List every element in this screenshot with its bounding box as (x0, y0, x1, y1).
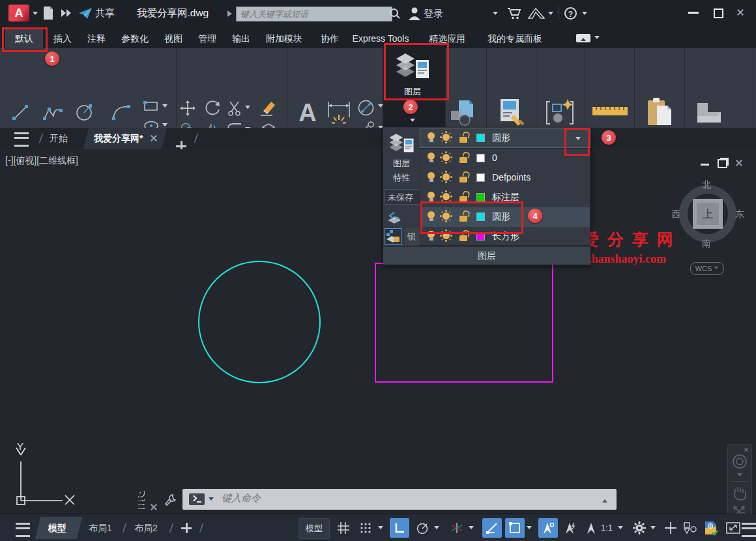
layer-on-icon[interactable] (427, 132, 435, 143)
autodesk-logo-icon[interactable] (528, 8, 545, 19)
layer-thaw-icon[interactable] (443, 173, 450, 181)
navbar-close-icon[interactable] (744, 447, 748, 452)
move-icon[interactable] (180, 100, 196, 116)
viewcube-top-face[interactable]: 上 (693, 199, 723, 229)
tab-close-icon[interactable] (150, 134, 158, 142)
osnap-tracking-toggle[interactable] (482, 518, 502, 538)
command-input[interactable] (220, 491, 588, 504)
snap-toggle[interactable] (356, 518, 375, 538)
layer-previous-icon[interactable] (386, 210, 403, 226)
rectangle-caret-icon[interactable] (162, 104, 167, 110)
ribbon-tab-view[interactable]: 视图 (158, 29, 189, 48)
ribbon-tab-output[interactable]: 输出 (225, 29, 257, 48)
crosshair-tuner-button[interactable] (661, 518, 680, 538)
ribbon-tab-insert[interactable]: 插入 (47, 29, 78, 48)
status-model-space-button[interactable]: 模型 (298, 518, 330, 539)
graphics-performance-button[interactable] (701, 518, 721, 538)
dim-diameter-icon[interactable] (357, 99, 375, 117)
ortho-toggle[interactable] (390, 518, 409, 538)
layer-row-defpoints[interactable]: Defpoints (420, 168, 590, 188)
file-tabs-menu-icon[interactable] (14, 132, 29, 147)
snap-caret-icon[interactable] (378, 526, 383, 532)
layer-unlock-icon[interactable] (459, 171, 469, 183)
viewport-controls-label[interactable]: [-][俯视][二维线框] (5, 155, 78, 167)
ruler-icon[interactable] (592, 104, 628, 117)
arc-icon[interactable] (111, 102, 132, 123)
layer-lock-button[interactable]: 锁 (405, 228, 420, 245)
ribbon-tab-annotate[interactable]: 注释 (81, 29, 112, 48)
layer-color-swatch[interactable] (476, 173, 485, 182)
layer-thaw-icon[interactable] (443, 193, 450, 200)
layer-color-swatch[interactable] (476, 134, 485, 142)
layer-color-swatch[interactable] (476, 193, 485, 201)
commandline-bar[interactable] (182, 489, 617, 510)
viewport-restore-icon[interactable] (718, 159, 727, 168)
block-icon[interactable] (448, 99, 474, 129)
minimize-button[interactable] (688, 12, 699, 14)
ribbon-tab-custom-panel[interactable]: 我的专属面板 (480, 29, 550, 48)
entity-rectangle[interactable] (375, 263, 553, 383)
commandline-caret-icon[interactable] (209, 497, 214, 503)
ribbon-tab-addins[interactable]: 附加模块 (259, 29, 309, 48)
polyline-icon[interactable] (42, 103, 64, 123)
properties-icon[interactable] (498, 98, 525, 128)
annotation-autoscale-toggle[interactable] (560, 518, 580, 538)
rotate-icon[interactable] (205, 100, 220, 116)
layer-thaw-icon[interactable] (443, 134, 450, 141)
grid-toggle[interactable] (334, 518, 353, 538)
help-caret-icon[interactable] (582, 12, 587, 18)
maximize-button[interactable] (714, 8, 723, 18)
commandline-prompt-icon[interactable] (189, 493, 205, 505)
line-icon[interactable] (10, 103, 30, 123)
view-tool-icon[interactable] (695, 100, 723, 125)
layers-panel-caret-icon[interactable] (410, 119, 415, 124)
commandline-close-icon[interactable] (150, 503, 158, 512)
viewcube-south[interactable]: 南 (702, 238, 711, 250)
commandline-tools-icon[interactable] (164, 493, 177, 506)
layer-color-swatch[interactable] (476, 154, 485, 162)
wcs-dropdown[interactable]: WCS (690, 262, 724, 275)
signin-button[interactable]: 登录 (424, 8, 443, 20)
isodraft-caret-icon[interactable] (469, 526, 474, 532)
signin-caret-icon[interactable] (493, 12, 498, 18)
polar-caret-icon[interactable] (434, 526, 439, 532)
layout-tab-layout2[interactable]: 布局2 (134, 523, 158, 534)
clipboard-icon[interactable] (645, 96, 674, 128)
commandline-history-icon[interactable] (602, 497, 607, 503)
viewcube-west[interactable]: 西 (671, 209, 680, 220)
layout-tab-model[interactable]: 模型 (48, 523, 66, 534)
isolate-objects-button[interactable] (680, 518, 700, 538)
app-store-cart-icon[interactable] (507, 8, 521, 20)
drawing-canvas[interactable]: [-][俯视][二维线框] 北 南 西 东 上 WCS 我 爱 分 享 网 ww… (0, 149, 756, 514)
commandline-grip[interactable] (138, 491, 145, 509)
trim-icon[interactable] (227, 100, 242, 116)
close-button[interactable] (736, 8, 746, 18)
layout-tab-layout1[interactable]: 布局1 (89, 523, 112, 534)
viewcube-north[interactable]: 北 (702, 179, 711, 191)
tab-drawing[interactable]: 我爱分享网* (94, 133, 143, 145)
search-history-caret-icon[interactable] (227, 10, 233, 18)
workspace-caret-icon[interactable] (650, 526, 656, 532)
app-logo-button[interactable]: A (8, 5, 29, 22)
annotation-scale-value[interactable]: 1:1 (601, 523, 613, 533)
user-icon[interactable] (408, 7, 421, 20)
text-tool-icon[interactable]: A (295, 98, 321, 128)
group-icon[interactable] (545, 98, 575, 128)
app-menu-caret-icon[interactable] (33, 12, 38, 18)
workspace-switching-button[interactable] (630, 518, 649, 538)
status-customize-icon[interactable] (742, 523, 756, 537)
ribbon-collapse-button[interactable] (576, 34, 590, 42)
autodesk-caret-icon[interactable] (548, 12, 553, 18)
rectangle-tool-icon[interactable] (143, 100, 159, 112)
annotation-scale-button[interactable] (581, 518, 601, 538)
layer-properties-label-1[interactable]: 图层 (383, 158, 420, 169)
viewcube-east[interactable]: 东 (735, 209, 744, 220)
layer-thaw-icon[interactable] (443, 154, 450, 161)
layer-on-icon[interactable] (427, 172, 435, 183)
entity-circle[interactable] (198, 261, 321, 383)
share-button[interactable]: 共享 (95, 7, 115, 20)
layer-properties-label-2[interactable]: 特性 (383, 172, 420, 184)
ribbon-tab-manage[interactable]: 管理 (192, 29, 223, 48)
layer-unlock-icon[interactable] (459, 132, 469, 143)
annotation-visibility-toggle[interactable] (538, 518, 558, 538)
